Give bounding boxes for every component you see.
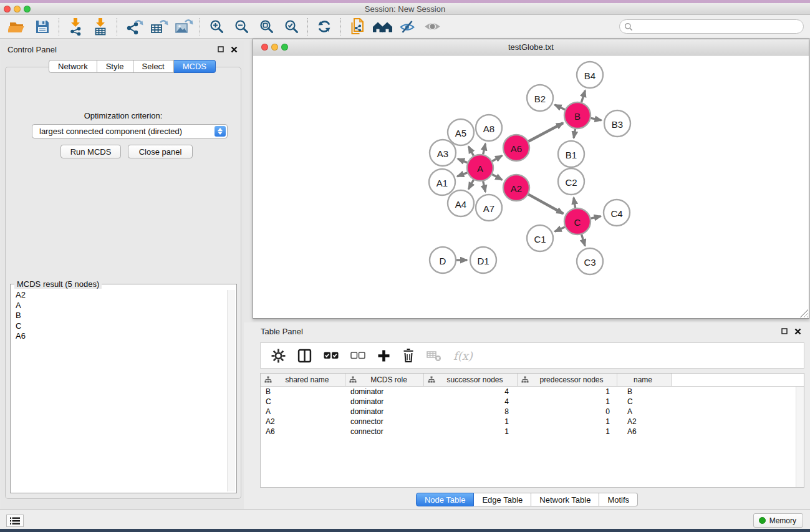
mcds-result-item[interactable]: A <box>11 301 227 311</box>
table-settings-gear-icon[interactable] <box>271 349 286 363</box>
edge-A-A6[interactable] <box>492 156 502 162</box>
column-header-predecessor-nodes[interactable]: predecessor nodes <box>518 374 617 386</box>
table-cell[interactable]: A2 <box>261 417 345 426</box>
table-cell[interactable]: C <box>261 397 345 406</box>
minimize-network-window-button[interactable] <box>271 44 278 51</box>
table-tab-motifs[interactable]: Motifs <box>599 493 638 506</box>
table-cell[interactable]: 0 <box>518 407 617 416</box>
table-cell[interactable]: dominator <box>345 397 424 406</box>
table-cell[interactable]: 8 <box>424 407 518 416</box>
graph-node-A[interactable]: A <box>467 155 493 181</box>
optimization-criterion-select[interactable]: largest connected component (directed) <box>32 124 228 138</box>
search-input[interactable] <box>619 19 804 34</box>
graph-node-A7[interactable]: A7 <box>476 195 502 221</box>
table-row[interactable]: Bdominator41B <box>261 387 804 397</box>
column-header-shared-name[interactable]: shared name <box>261 374 345 386</box>
float-table-panel-icon[interactable] <box>781 327 788 335</box>
graph-node-A3[interactable]: A3 <box>430 140 456 166</box>
cybrowser-home-icon[interactable] <box>370 17 395 37</box>
edge-A-A7[interactable] <box>483 181 486 192</box>
mcds-result-item[interactable]: B <box>11 311 227 321</box>
graph-node-A1[interactable]: A1 <box>429 169 455 195</box>
edge-B-B3[interactable] <box>591 118 602 120</box>
table-cell[interactable]: B <box>617 387 672 396</box>
graph-node-C3[interactable]: C3 <box>577 248 603 274</box>
edge-A-A3[interactable] <box>458 159 468 163</box>
table-tab-node-table[interactable]: Node Table <box>416 493 475 506</box>
edge-A6-B[interactable] <box>528 123 563 142</box>
table-cell[interactable]: 1 <box>518 387 617 396</box>
show-graphics-details-icon[interactable] <box>420 17 445 37</box>
refresh-network-icon[interactable] <box>312 17 337 37</box>
table-cell[interactable]: A6 <box>261 427 345 436</box>
table-cell[interactable]: 1 <box>518 397 617 406</box>
table-cell[interactable]: dominator <box>345 387 424 396</box>
edge-A-A1[interactable] <box>457 173 467 177</box>
zoom-window-button[interactable] <box>24 6 31 12</box>
zoom-fit-icon[interactable] <box>254 17 279 37</box>
float-panel-icon[interactable] <box>217 46 224 53</box>
control-tab-style[interactable]: Style <box>97 60 133 73</box>
edge-A2-C[interactable] <box>528 195 563 214</box>
memory-button[interactable]: Memory <box>753 513 803 528</box>
graph-node-D1[interactable]: D1 <box>470 247 496 273</box>
zoom-in-icon[interactable] <box>204 17 229 37</box>
open-session-icon[interactable] <box>5 17 30 37</box>
export-image-icon[interactable] <box>171 17 196 37</box>
graph-node-B1[interactable]: B1 <box>558 141 584 167</box>
table-cell[interactable]: 1 <box>518 417 617 426</box>
edge-C-C4[interactable] <box>591 216 601 219</box>
graph-node-B4[interactable]: B4 <box>577 62 603 88</box>
graph-node-B3[interactable]: B3 <box>604 110 630 137</box>
edge-A-A8[interactable] <box>483 143 486 154</box>
add-column-icon[interactable] <box>377 349 390 362</box>
table-row[interactable]: A2connector11A2 <box>261 417 804 427</box>
window-resize-grip[interactable] <box>800 309 808 317</box>
column-header-successor-nodes[interactable]: successor nodes <box>424 374 518 386</box>
unselect-all-columns-icon[interactable] <box>350 352 365 359</box>
network-graph-canvas[interactable]: AA1A2A3A4A5A6A7A8BB1B2B3B4CC1C2C3C4DD1 <box>253 56 809 318</box>
table-cell[interactable]: A6 <box>617 427 672 436</box>
edge-B-B4[interactable] <box>582 90 586 102</box>
table-tab-network-table[interactable]: Network Table <box>531 493 599 506</box>
network-window-titlebar[interactable]: testGlobe.txt <box>253 39 809 56</box>
table-cell[interactable]: A <box>617 407 672 416</box>
close-window-button[interactable] <box>4 6 11 12</box>
edge-B-B1[interactable] <box>574 129 575 138</box>
edge-C-C2[interactable] <box>574 198 576 208</box>
table-cell[interactable]: C <box>617 397 672 406</box>
table-cell[interactable]: connector <box>345 427 424 436</box>
edge-A-A5[interactable] <box>468 147 473 156</box>
column-header-name[interactable]: name <box>617 374 672 386</box>
edge-A-A2[interactable] <box>492 175 502 180</box>
graph-node-C2[interactable]: C2 <box>558 168 584 195</box>
new-network-from-selection-icon[interactable] <box>345 17 370 37</box>
hide-graphics-details-icon[interactable] <box>395 17 420 37</box>
control-tab-mcds[interactable]: MCDS <box>174 60 216 73</box>
save-session-icon[interactable] <box>30 17 55 37</box>
graph-node-A8[interactable]: A8 <box>476 115 502 141</box>
edge-C-C1[interactable] <box>555 227 565 231</box>
delete-column-trash-icon[interactable] <box>402 348 415 363</box>
select-all-columns-icon[interactable] <box>324 352 339 359</box>
close-network-window-button[interactable] <box>261 44 268 51</box>
mcds-result-item[interactable]: C <box>11 321 227 332</box>
table-scrollbar[interactable] <box>796 387 804 487</box>
task-history-button[interactable] <box>6 515 24 527</box>
zoom-network-window-button[interactable] <box>281 44 288 51</box>
table-row[interactable]: A6connector11A6 <box>261 427 804 437</box>
graph-node-C1[interactable]: C1 <box>527 225 553 251</box>
table-row[interactable]: Adominator80A <box>261 407 804 417</box>
mcds-list-scrollbar[interactable] <box>227 290 235 491</box>
minimize-window-button[interactable] <box>14 6 21 12</box>
graph-node-C4[interactable]: C4 <box>604 200 630 226</box>
table-cell[interactable]: 4 <box>424 387 518 396</box>
graph-node-D[interactable]: D <box>430 247 456 273</box>
import-table-from-file-icon[interactable] <box>88 17 113 37</box>
run-mcds-button[interactable]: Run MCDS <box>60 145 121 158</box>
table-cell[interactable]: A <box>261 407 345 416</box>
graph-node-A2[interactable]: A2 <box>503 175 529 201</box>
close-panel-button[interactable]: Close panel <box>128 145 193 158</box>
import-network-from-file-icon[interactable] <box>63 17 88 37</box>
close-panel-icon[interactable] <box>230 46 238 53</box>
